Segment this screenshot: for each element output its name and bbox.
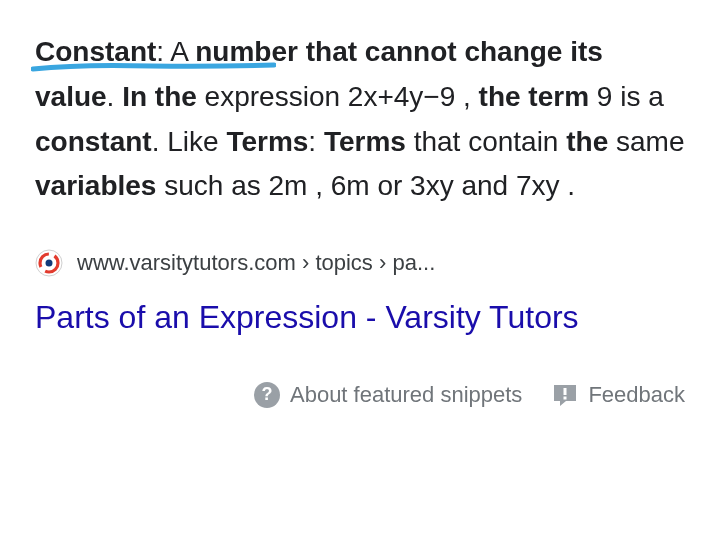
svg-rect-3 — [564, 388, 567, 395]
result-source-row[interactable]: www.varsitytutors.com › topics › pa... — [35, 249, 685, 277]
snippet-text-seg: same — [608, 126, 684, 157]
snippet-bold-constant2: constant — [35, 126, 152, 157]
svg-point-2 — [46, 260, 53, 267]
breadcrumb-sep: › — [296, 250, 316, 275]
about-snippets-link[interactable]: ? About featured snippets — [254, 382, 522, 408]
varsitytutors-favicon — [35, 249, 63, 277]
breadcrumb-path: topics — [315, 250, 372, 275]
snippet-bold-terms: Terms — [226, 126, 308, 157]
snippet-bold-the2: the — [566, 126, 608, 157]
snippet-bold-theterm: the term — [479, 81, 589, 112]
snippet-text-seg: . — [107, 81, 123, 112]
feedback-icon — [552, 383, 578, 407]
snippet-text-seg: . Like — [152, 126, 227, 157]
result-breadcrumb: www.varsitytutors.com › topics › pa... — [77, 250, 435, 276]
result-title-link[interactable]: Parts of an Expression - Varsity Tutors — [35, 295, 685, 340]
snippet-bold-constant: Constant — [35, 36, 156, 67]
snippet-text-seg: : A — [156, 36, 195, 67]
user-annotation-wrap: Constant: A number that — [35, 36, 365, 67]
feedback-link[interactable]: Feedback — [552, 382, 685, 408]
breadcrumb-sep: › — [373, 250, 393, 275]
snippet-bold-terms2: Terms — [324, 126, 406, 157]
feedback-label: Feedback — [588, 382, 685, 408]
help-icon: ? — [254, 382, 280, 408]
snippet-text-seg: 9 is a — [589, 81, 664, 112]
snippet-bold-inthe: In the — [122, 81, 197, 112]
snippet-text-seg: such as 2m , 6m or 3xy and 7xy . — [156, 170, 575, 201]
snippet-bold-variables: variables — [35, 170, 156, 201]
breadcrumb-domain: www.varsitytutors.com — [77, 250, 296, 275]
about-snippets-label: About featured snippets — [290, 382, 522, 408]
snippet-text-seg: : — [308, 126, 324, 157]
featured-snippet-text: Constant: A number that cannot change it… — [35, 30, 685, 209]
snippet-bold-definition-start: number that — [195, 36, 357, 67]
svg-rect-4 — [564, 396, 567, 399]
snippet-text-seg: that contain — [406, 126, 566, 157]
snippet-text-seg: expression 2x+4y−9 , — [197, 81, 479, 112]
snippet-footer: ? About featured snippets Feedback — [35, 382, 685, 408]
breadcrumb-path-truncated: pa... — [392, 250, 435, 275]
